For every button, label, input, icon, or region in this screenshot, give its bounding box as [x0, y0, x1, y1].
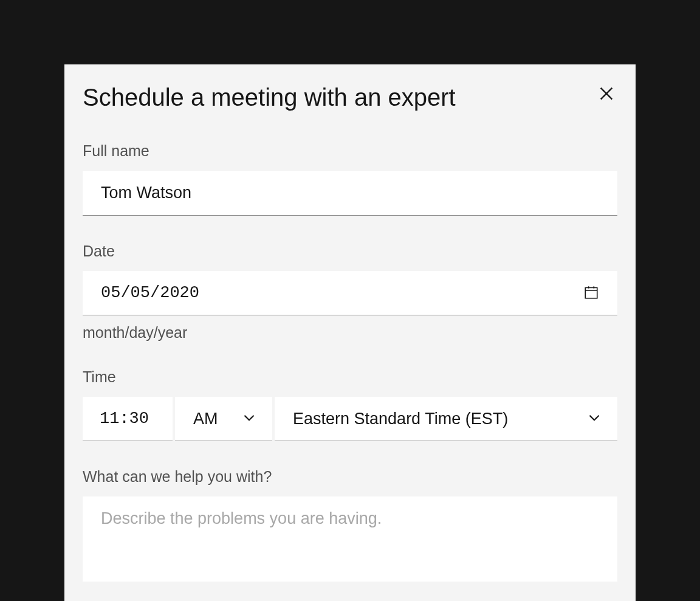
help-group: What can we help you with?	[83, 468, 617, 584]
date-label: Date	[83, 242, 617, 260]
fullname-input[interactable]	[83, 171, 617, 216]
time-row: AM Eastern Standard Time (EST)	[83, 397, 617, 441]
schedule-meeting-modal: Schedule a meeting with an expert Full n…	[64, 64, 636, 601]
ampm-select[interactable]: AM	[175, 397, 272, 441]
close-button[interactable]	[595, 83, 617, 106]
modal-title: Schedule a meeting with an expert	[83, 83, 456, 112]
date-input-wrapper	[83, 271, 617, 315]
timezone-select[interactable]: Eastern Standard Time (EST)	[275, 397, 617, 441]
close-icon	[598, 85, 615, 104]
date-helper-text: month/day/year	[83, 324, 617, 342]
date-input[interactable]	[83, 271, 617, 315]
timezone-select-wrapper: Eastern Standard Time (EST)	[275, 397, 617, 441]
time-label: Time	[83, 368, 617, 386]
fullname-group: Full name	[83, 142, 617, 216]
ampm-select-wrapper: AM	[175, 397, 272, 441]
help-textarea[interactable]	[83, 496, 617, 582]
help-label: What can we help you with?	[83, 468, 617, 486]
time-group: Time AM Eastern Standard Time (EST)	[83, 368, 617, 441]
modal-header: Schedule a meeting with an expert	[83, 83, 617, 112]
fullname-label: Full name	[83, 142, 617, 160]
time-input[interactable]	[83, 397, 173, 441]
date-group: Date month/day/year	[83, 242, 617, 342]
